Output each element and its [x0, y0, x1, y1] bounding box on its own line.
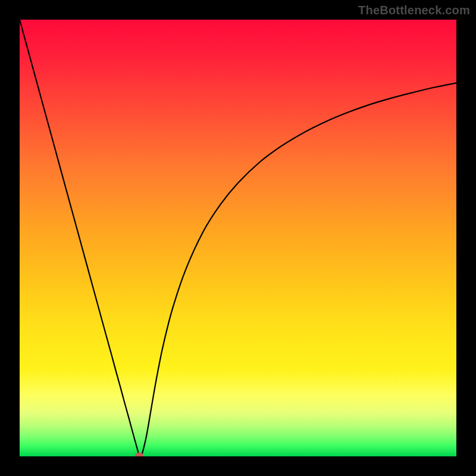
optimal-point-marker [135, 452, 143, 456]
chart-frame: TheBottleneck.com [0, 0, 476, 476]
plot-area [20, 20, 456, 456]
watermark-text: TheBottleneck.com [358, 4, 470, 17]
bottleneck-curve [20, 20, 456, 456]
